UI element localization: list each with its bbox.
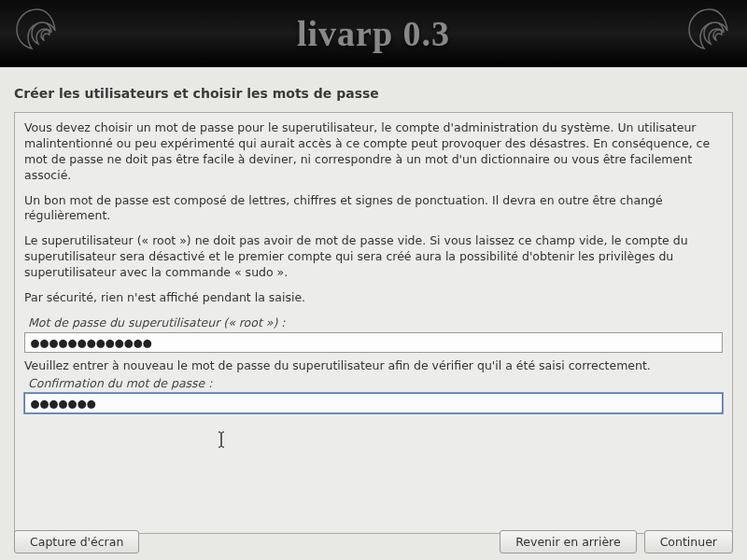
content-area: Créer les utilisateurs et choisir les mo… bbox=[0, 67, 747, 534]
confirm-password-label: Confirmation du mot de passe : bbox=[28, 376, 723, 390]
root-password-label: Mot de passe du superutilisateur (« root… bbox=[28, 315, 723, 329]
debian-swirl-icon bbox=[680, 2, 740, 62]
instruction-paragraph: Par sécurité, rien n'est affiché pendant… bbox=[24, 290, 723, 306]
header-title: livarp 0.3 bbox=[297, 13, 450, 54]
page-title: Créer les utilisateurs et choisir les mo… bbox=[14, 86, 733, 101]
root-password-input[interactable] bbox=[24, 332, 723, 353]
footer-bar: Capture d'écran Revenir en arrière Conti… bbox=[0, 523, 747, 560]
confirm-password-input[interactable] bbox=[24, 393, 723, 413]
instruction-paragraph: Vous devez choisir un mot de passe pour … bbox=[24, 120, 723, 184]
confirm-instruction: Veuillez entrer à nouveau le mot de pass… bbox=[24, 358, 723, 372]
back-button[interactable]: Revenir en arrière bbox=[500, 530, 636, 553]
installer-header: livarp 0.3 bbox=[0, 0, 747, 67]
debian-swirl-icon bbox=[7, 2, 67, 62]
main-panel: Vous devez choisir un mot de passe pour … bbox=[14, 112, 733, 534]
screenshot-button[interactable]: Capture d'écran bbox=[14, 530, 139, 553]
continue-button[interactable]: Continuer bbox=[644, 530, 733, 553]
instruction-paragraph: Un bon mot de passe est composé de lettr… bbox=[24, 193, 723, 225]
instruction-paragraph: Le superutilisateur (« root ») ne doit p… bbox=[24, 233, 723, 281]
